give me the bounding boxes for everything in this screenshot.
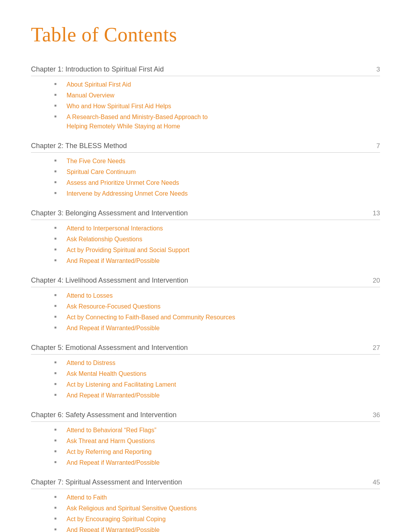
bullet-icon: ■ — [54, 392, 59, 397]
item-label: And Repeat if Warranted/Possible — [67, 391, 159, 400]
list-item: ■Assess and Prioritize Unmet Core Needs — [31, 178, 380, 188]
page-title: Table of Contents — [31, 23, 380, 46]
list-item: ■Manual Overview — [31, 91, 380, 100]
list-item: ■And Repeat if Warranted/Possible — [31, 391, 380, 400]
list-item: ■Attend to Interpersonal Interactions — [31, 224, 380, 233]
chapter-7-header: Chapter 7: Spiritual Assessment and Inte… — [31, 478, 380, 489]
bullet-icon: ■ — [54, 460, 59, 464]
item-label: Ask Threat and Harm Questions — [67, 437, 155, 446]
list-item: ■And Repeat if Warranted/Possible — [31, 256, 380, 266]
chapter-3-items: ■Attend to Interpersonal Interactions■As… — [31, 224, 380, 266]
chapter-6-section: Chapter 6: Safety Assessment and Interve… — [31, 411, 380, 467]
item-label: Ask Relationship Questions — [67, 235, 142, 244]
bullet-icon: ■ — [54, 325, 59, 329]
toc-container: Chapter 1: Introduction to Spiritual Fir… — [31, 65, 380, 532]
bullet-icon: ■ — [54, 438, 59, 442]
chapter-6-page: 36 — [373, 411, 380, 419]
bullet-icon: ■ — [54, 180, 59, 184]
bullet-icon: ■ — [54, 382, 59, 386]
item-label: Ask Mental Health Questions — [67, 369, 146, 379]
chapter-5-header: Chapter 5: Emotional Assessment and Inte… — [31, 344, 380, 355]
chapter-4-title: Chapter 4: Livelihood Assessment and Int… — [31, 276, 188, 285]
chapter-7-page: 45 — [373, 479, 380, 486]
item-label: Manual Overview — [67, 91, 115, 100]
item-label: And Repeat if Warranted/Possible — [67, 458, 159, 467]
chapter-2-header: Chapter 2: The BLESS Method7 — [31, 142, 380, 153]
chapter-7-items: ■Attend to Faith■Ask Religious and Spiri… — [31, 493, 380, 532]
list-item: ■And Repeat if Warranted/Possible — [31, 458, 380, 467]
item-label: Intervene by Addressing Unmet Core Needs — [67, 189, 188, 198]
bullet-icon: ■ — [54, 505, 59, 510]
item-label: And Repeat if Warranted/Possible — [67, 256, 159, 266]
bullet-icon: ■ — [54, 92, 59, 97]
item-label: And Repeat if Warranted/Possible — [67, 525, 159, 532]
chapter-1-page: 3 — [377, 66, 380, 73]
chapter-2-page: 7 — [377, 142, 380, 150]
item-label: Act by Listening and Facilitating Lament — [67, 380, 176, 389]
bullet-icon: ■ — [54, 82, 59, 86]
list-item: ■Ask Relationship Questions — [31, 235, 380, 244]
item-label: Attend to Interpersonal Interactions — [67, 224, 163, 233]
item-label: Assess and Prioritize Unmet Core Needs — [67, 178, 179, 188]
bullet-icon: ■ — [54, 527, 59, 531]
bullet-icon: ■ — [54, 516, 59, 520]
bullet-icon: ■ — [54, 449, 59, 453]
chapter-4-section: Chapter 4: Livelihood Assessment and Int… — [31, 276, 380, 333]
bullet-icon: ■ — [54, 247, 59, 251]
item-label: Attend to Losses — [67, 291, 113, 300]
item-label: Act by Encouraging Spiritual Coping — [67, 515, 166, 524]
bullet-icon: ■ — [54, 427, 59, 431]
bullet-icon: ■ — [54, 304, 59, 308]
chapter-6-header: Chapter 6: Safety Assessment and Interve… — [31, 411, 380, 422]
list-item: ■Act by Providing Spiritual and Social S… — [31, 246, 380, 255]
chapter-2-title: Chapter 2: The BLESS Method — [31, 142, 127, 150]
item-label: Ask Religious and Spiritual Sensitive Qu… — [67, 504, 197, 513]
list-item: ■Act by Encouraging Spiritual Coping — [31, 515, 380, 524]
list-item: ■Act by Listening and Facilitating Lamen… — [31, 380, 380, 389]
chapter-2-section: Chapter 2: The BLESS Method7■The Five Co… — [31, 142, 380, 198]
bullet-icon: ■ — [54, 293, 59, 297]
item-label: Spiritual Care Continuum — [67, 167, 136, 177]
list-item: ■Attend to Distress — [31, 358, 380, 368]
item-label: A Research-Based and Ministry-Based Appr… — [67, 113, 208, 131]
chapter-3-title: Chapter 3: Belonging Assessment and Inte… — [31, 209, 188, 217]
list-item: ■About Spiritual First Aid — [31, 80, 380, 89]
item-label: Who and How Spiritual First Aid Helps — [67, 102, 171, 111]
list-item: ■Act by Connecting to Faith-Based and Co… — [31, 313, 380, 322]
bullet-icon: ■ — [54, 158, 59, 162]
chapter-7-section: Chapter 7: Spiritual Assessment and Inte… — [31, 478, 380, 532]
list-item: ■Attend to Behavioral “Red Flags” — [31, 426, 380, 435]
bullet-icon: ■ — [54, 360, 59, 364]
chapter-1-section: Chapter 1: Introduction to Spiritual Fir… — [31, 65, 380, 131]
list-item: ■Ask Resource-Focused Questions — [31, 302, 380, 311]
chapter-2-items: ■The Five Core Needs■Spiritual Care Cont… — [31, 157, 380, 198]
chapter-5-section: Chapter 5: Emotional Assessment and Inte… — [31, 344, 380, 400]
chapter-1-items: ■About Spiritual First Aid■Manual Overvi… — [31, 80, 380, 131]
bullet-icon: ■ — [54, 236, 59, 240]
chapter-6-title: Chapter 6: Safety Assessment and Interve… — [31, 411, 176, 419]
list-item: ■Ask Mental Health Questions — [31, 369, 380, 379]
item-label: About Spiritual First Aid — [67, 80, 131, 89]
bullet-icon: ■ — [54, 114, 59, 118]
chapter-5-page: 27 — [373, 344, 380, 352]
bullet-icon: ■ — [54, 191, 59, 195]
bullet-icon: ■ — [54, 494, 59, 499]
list-item: ■Intervene by Addressing Unmet Core Need… — [31, 189, 380, 198]
item-label: Ask Resource-Focused Questions — [67, 302, 161, 311]
chapter-3-section: Chapter 3: Belonging Assessment and Inte… — [31, 209, 380, 266]
list-item: ■Attend to Faith — [31, 493, 380, 502]
chapter-1-title: Chapter 1: Introduction to Spiritual Fir… — [31, 65, 164, 73]
list-item: ■Act by Referring and Reporting — [31, 447, 380, 457]
list-item: ■The Five Core Needs — [31, 157, 380, 166]
chapter-6-items: ■Attend to Behavioral “Red Flags”■Ask Th… — [31, 426, 380, 467]
item-label: Act by Providing Spiritual and Social Su… — [67, 246, 190, 255]
item-label: Act by Connecting to Faith-Based and Com… — [67, 313, 235, 322]
list-item: ■Attend to Losses — [31, 291, 380, 300]
list-item: ■Ask Religious and Spiritual Sensitive Q… — [31, 504, 380, 513]
chapter-5-items: ■Attend to Distress■Ask Mental Health Qu… — [31, 358, 380, 400]
bullet-icon: ■ — [54, 314, 59, 319]
list-item: ■Ask Threat and Harm Questions — [31, 437, 380, 446]
list-item: ■And Repeat if Warranted/Possible — [31, 525, 380, 532]
item-label: Act by Referring and Reporting — [67, 447, 152, 457]
list-item: ■A Research-Based and Ministry-Based App… — [31, 113, 380, 131]
